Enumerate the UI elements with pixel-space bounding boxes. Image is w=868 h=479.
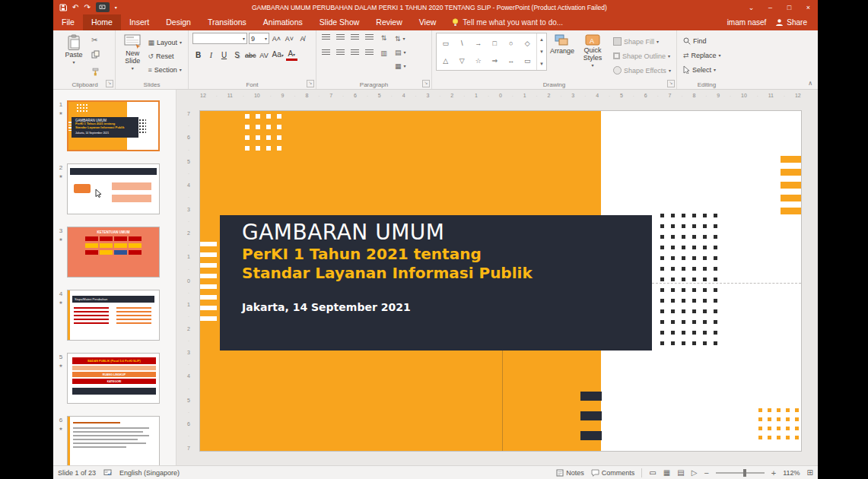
redo-icon[interactable]: ↷ (84, 4, 90, 11)
tab-insert[interactable]: Insert (121, 14, 157, 30)
slide-thumbnail-3[interactable]: 3★ KETENTUAN UMUM (55, 227, 176, 278)
change-case-button[interactable]: Aa▾ (272, 49, 285, 61)
tab-view[interactable]: View (411, 14, 445, 30)
slide-sorter-view-icon[interactable]: ▦ (663, 468, 670, 477)
underline-button[interactable]: U (218, 50, 230, 61)
shape-icon[interactable]: → (475, 40, 482, 47)
tab-animations[interactable]: Animations (255, 14, 311, 30)
slide-thumbnail-5[interactable]: 5★ BADAN PUBLIK (Pasal 5-6 PerKI SLIP) R… (55, 353, 176, 404)
slide-subtitle-line1[interactable]: PerKI 1 Tahun 2021 tentang (242, 245, 652, 264)
font-name-combo[interactable]: ▾ (192, 33, 247, 44)
clipboard-dialog-launcher-icon[interactable]: ↘ (106, 80, 113, 87)
normal-view-icon[interactable]: ▭ (649, 468, 656, 477)
paragraph-dialog-launcher-icon[interactable]: ↘ (422, 80, 430, 87)
slide-thumbnail-2[interactable]: 2★ (55, 163, 176, 214)
slide-canvas[interactable]: GAMBARAN UMUM PerKI 1 Tahun 2021 tentang… (200, 111, 801, 451)
shape-icon[interactable]: \ (461, 40, 463, 47)
shapes-scroll-down-icon[interactable]: ▼ (539, 49, 544, 54)
slide-subtitle-line2[interactable]: Standar Layanan Informasi Publik (242, 264, 652, 283)
slide-thumbnail-4[interactable]: 4★ Siapa/Materi Perubahan (55, 290, 176, 341)
align-text-button[interactable]: ▤▾ (395, 46, 406, 58)
close-icon[interactable]: × (799, 0, 818, 14)
zoom-out-icon[interactable]: − (704, 468, 708, 477)
tab-home[interactable]: Home (83, 14, 121, 30)
comments-toggle[interactable]: Comments (591, 469, 635, 477)
bold-button[interactable]: B (192, 50, 204, 61)
shape-outline-button[interactable]: Shape Outline▾ (613, 50, 671, 62)
align-right-button[interactable] (349, 48, 361, 58)
start-slideshow-icon[interactable] (96, 2, 110, 12)
tab-design[interactable]: Design (157, 14, 199, 30)
user-name[interactable]: imam nasef (727, 18, 767, 27)
shape-icon[interactable]: △ (443, 57, 448, 65)
select-button[interactable]: Select▾ (683, 64, 730, 75)
collapse-ribbon-icon[interactable]: ∧ (808, 80, 812, 87)
replace-button[interactable]: ⇄Replace▾ (683, 49, 730, 61)
slideshow-view-icon[interactable]: ▷ (692, 468, 698, 477)
shape-icon[interactable]: ▭ (442, 40, 449, 47)
tab-slideshow[interactable]: Slide Show (311, 14, 368, 30)
font-size-combo[interactable]: 9▾ (249, 33, 269, 44)
shape-icon[interactable]: ☆ (475, 57, 482, 65)
columns-button[interactable]: ▥ (378, 48, 389, 58)
slide-thumbnail-1[interactable]: 1★ GAMBARAN UMUM PerKI 1 Tahun 2021 tent… (55, 100, 176, 151)
tab-file[interactable]: File (53, 14, 83, 30)
cut-icon[interactable]: ✂ (91, 36, 100, 44)
minimize-icon[interactable]: – (761, 0, 780, 14)
tell-me-box[interactable]: Tell me what you want to do... (444, 14, 571, 30)
decrease-indent-button[interactable] (349, 33, 361, 43)
align-left-button[interactable] (320, 48, 332, 58)
shapes-scroll-up-icon[interactable]: ▲ (539, 37, 544, 42)
tab-review[interactable]: Review (367, 14, 410, 30)
tab-transitions[interactable]: Transitions (199, 14, 255, 30)
zoom-slider-thumb[interactable] (743, 469, 746, 477)
shape-icon[interactable]: ⇒ (491, 57, 498, 65)
format-painter-icon[interactable] (91, 65, 100, 79)
shape-fill-button[interactable]: Shape Fill▾ (613, 36, 671, 47)
strikethrough-button[interactable]: abc (244, 50, 257, 61)
character-spacing-button[interactable]: AV (259, 50, 270, 61)
text-shadow-button[interactable]: S (231, 50, 243, 61)
fit-slide-icon[interactable]: ⊞ (807, 468, 813, 477)
italic-button[interactable]: I (205, 50, 217, 61)
reset-button[interactable]: ↺Reset (148, 50, 182, 62)
zoom-in-icon[interactable]: + (771, 468, 776, 477)
increase-font-size-icon[interactable]: A˄ (271, 33, 282, 44)
font-dialog-launcher-icon[interactable]: ↘ (307, 80, 314, 87)
bullets-button[interactable] (320, 33, 332, 43)
arrange-button[interactable]: Arrange (547, 33, 577, 76)
language-indicator[interactable]: English (Singapore) (119, 469, 180, 477)
copy-icon[interactable] (91, 48, 100, 62)
drawing-dialog-launcher-icon[interactable]: ↘ (667, 80, 675, 87)
numbering-button[interactable] (335, 33, 346, 43)
shape-effects-button[interactable]: Shape Effects▾ (613, 65, 671, 76)
maximize-icon[interactable]: □ (780, 0, 799, 14)
title-text-box[interactable]: GAMBARAN UMUM PerKI 1 Tahun 2021 tentang… (220, 215, 652, 351)
slide-thumbnail-6[interactable]: 6★ (55, 416, 176, 465)
convert-smartart-button[interactable]: ▦▾ (395, 60, 406, 71)
shapes-gallery[interactable]: ▭\→□○◇ △▽☆⇒↔▭ ▲ ▼ ▼ (436, 33, 547, 71)
text-direction-button[interactable]: ⇅▾ (395, 33, 406, 44)
layout-button[interactable]: ▦Layout▾ (148, 36, 182, 48)
line-spacing-button[interactable]: ⇅ (378, 33, 389, 43)
shape-icon[interactable]: ↔ (507, 57, 514, 65)
quick-styles-button[interactable]: A Quick Styles ▾ (577, 33, 608, 76)
undo-icon[interactable]: ↶ (72, 4, 78, 11)
shape-icon[interactable]: □ (493, 40, 497, 47)
share-button[interactable]: Share (775, 18, 807, 27)
slide-title[interactable]: GAMBARAN UMUM (242, 220, 652, 245)
font-color-button[interactable]: A▾ (286, 50, 297, 61)
proofing-icon[interactable] (103, 469, 112, 477)
zoom-slider[interactable] (716, 469, 765, 477)
new-slide-button[interactable]: New Slide ▾ (119, 33, 145, 75)
decrease-font-size-icon[interactable]: A˅ (284, 33, 295, 44)
shape-icon[interactable]: ▭ (524, 57, 531, 65)
section-button[interactable]: ≡Section▾ (148, 64, 182, 75)
shape-icon[interactable]: ○ (509, 40, 513, 47)
shape-icon[interactable]: ◇ (525, 40, 530, 47)
find-button[interactable]: Find (683, 35, 730, 46)
increase-indent-button[interactable] (364, 33, 375, 43)
ribbon-display-options-icon[interactable]: ⌄ (742, 0, 761, 14)
paste-button[interactable]: Paste ▾ (59, 33, 89, 79)
justify-button[interactable] (364, 48, 375, 58)
